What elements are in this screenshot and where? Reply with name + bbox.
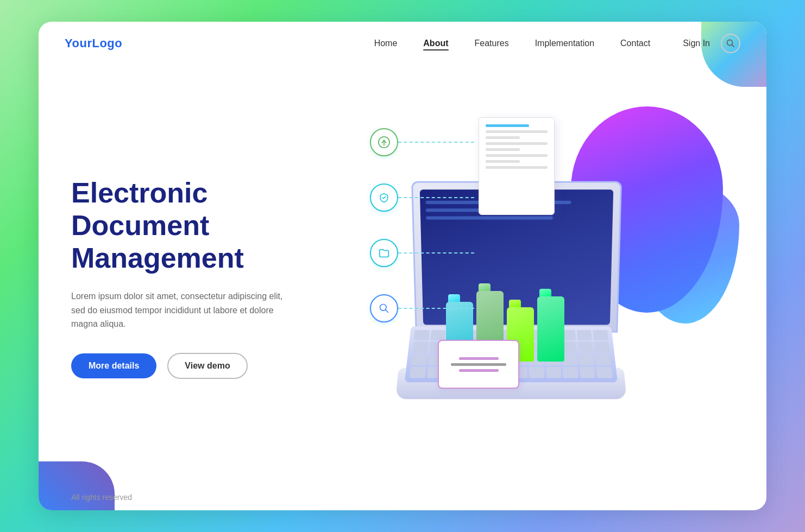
card-line-2 [451,363,506,366]
key-11 [577,330,593,340]
shield-icon [379,192,389,203]
key-45 [546,367,562,378]
dashed-line-upload [398,142,474,143]
key-13 [412,342,428,353]
card-line-3 [459,369,499,372]
key-44 [529,367,545,378]
doc-line-4 [486,142,548,145]
key-25 [411,354,427,365]
main-content: Electronic Document Management Lorem ips… [39,65,766,484]
feature-icons [370,128,398,322]
search-icon [726,39,735,48]
search-magnify-icon [379,303,389,314]
dashed-line-folder [398,252,474,254]
doc-line-8 [486,166,548,169]
svg-line-5 [386,310,388,313]
doc-line-1 [486,124,529,127]
more-details-button[interactable]: More details [71,353,156,378]
sign-in-link[interactable]: Sign In [683,39,710,48]
footer: All rights reserved [39,484,766,510]
illustration-area [321,65,766,484]
search-icon-circle [370,294,398,322]
folder-mint [537,296,564,362]
feature-icon-search [370,294,398,322]
key-36 [595,354,612,365]
key-48 [596,367,613,378]
search-button[interactable] [721,34,740,53]
key-23 [577,342,593,353]
upload-icon-circle [370,128,398,156]
folder-icon [378,247,390,259]
shield-icon-circle [370,183,398,212]
card-line-1 [459,357,499,360]
dashed-line-search [398,308,474,309]
key-37 [410,367,426,378]
folder-icon-circle [370,239,398,267]
page-card: YourLogo Home About Features Implementat… [39,22,766,510]
nav-item-contact[interactable]: Contact [620,39,650,48]
key-12 [593,330,608,340]
nav-item-features[interactable]: Features [475,39,509,48]
floating-document [479,117,555,215]
key-1 [414,330,430,340]
nav-item-home[interactable]: Home [374,39,398,48]
card-document [438,340,519,389]
view-demo-button[interactable]: View demo [167,353,247,379]
key-2 [430,330,446,340]
doc-line-6 [486,154,548,157]
dashed-line-shield [398,197,474,198]
hero-description: Lorem ipsum dolor sit amet, consectetur … [71,289,288,331]
nav-item-about[interactable]: About [423,39,448,48]
logo: YourLogo [65,36,122,50]
cta-buttons: More details View demo [71,353,295,379]
header-right: Sign In [683,34,740,53]
key-46 [563,367,579,378]
doc-line-3 [486,136,520,139]
feature-icon-shield [370,183,398,212]
illustration [354,74,734,454]
doc-line-5 [486,148,520,151]
key-35 [578,354,594,365]
header: YourLogo Home About Features Implementat… [39,22,766,65]
key-47 [580,367,596,378]
doc-line-2 [486,130,548,133]
upload-icon [378,136,390,148]
feature-icon-folder [370,239,398,267]
doc-line-7 [486,160,520,163]
screen-line-3 [426,216,553,219]
nav: Home About Features Implementation Conta… [374,39,651,48]
left-content: Electronic Document Management Lorem ips… [39,65,321,484]
feature-icon-upload [370,128,398,156]
nav-item-implementation[interactable]: Implementation [535,39,594,48]
copyright-text: All rights reserved [71,493,132,502]
hero-title: Electronic Document Management [71,177,295,274]
svg-line-1 [732,45,734,47]
key-24 [594,342,609,353]
